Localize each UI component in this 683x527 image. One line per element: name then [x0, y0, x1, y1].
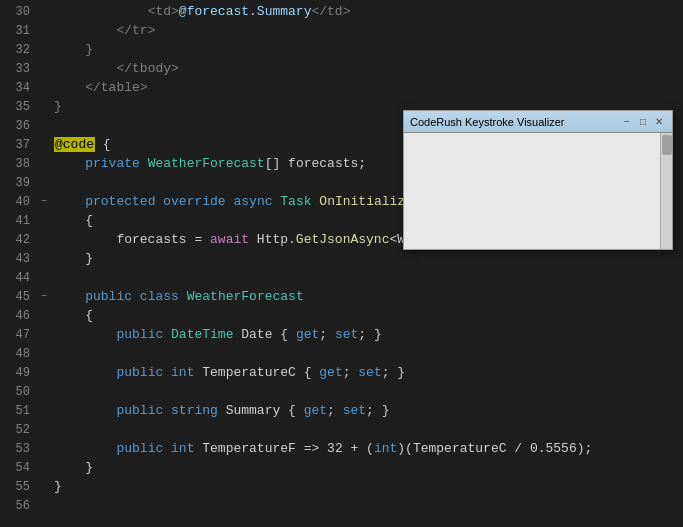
titlebar-buttons: − □ ✕ [620, 115, 666, 129]
code-line: 56 [0, 496, 683, 515]
line-content: } [50, 251, 93, 266]
line-content: } [50, 42, 93, 57]
code-line: 32 } [0, 40, 683, 59]
line-number: 52 [0, 423, 38, 437]
scrollbar[interactable] [660, 133, 672, 249]
line-number: 47 [0, 328, 38, 342]
line-content: public string Summary { get; set; } [50, 403, 390, 418]
line-number: 35 [0, 100, 38, 114]
code-line: 46 { [0, 306, 683, 325]
collapse-button[interactable]: − [38, 196, 50, 207]
code-line: 48 [0, 344, 683, 363]
code-line: 52 [0, 420, 683, 439]
keystroke-window-title: CodeRush Keystroke Visualizer [410, 116, 620, 128]
line-content: public DateTime Date { get; set; } [50, 327, 382, 342]
code-line: 44 [0, 268, 683, 287]
line-number: 44 [0, 271, 38, 285]
line-number: 39 [0, 176, 38, 190]
line-number: 45 [0, 290, 38, 304]
line-number: 37 [0, 138, 38, 152]
line-content: { [50, 308, 93, 323]
line-content: </tbody> [50, 61, 179, 76]
line-number: 34 [0, 81, 38, 95]
line-content: } [50, 460, 93, 475]
line-content: private WeatherForecast[] forecasts; [50, 156, 366, 171]
code-line: 31 </tr> [0, 21, 683, 40]
line-content: } [50, 99, 62, 114]
line-content: </tr> [50, 23, 155, 38]
line-number: 32 [0, 43, 38, 57]
line-content: } [50, 479, 62, 494]
line-number: 36 [0, 119, 38, 133]
line-number: 38 [0, 157, 38, 171]
code-line: 34 </table> [0, 78, 683, 97]
minimize-button[interactable]: − [620, 115, 634, 129]
line-number: 30 [0, 5, 38, 19]
keystroke-visualizer-window[interactable]: CodeRush Keystroke Visualizer − □ ✕ [403, 110, 673, 250]
code-line: 55} [0, 477, 683, 496]
code-line: 49 public int TemperatureC { get; set; } [0, 363, 683, 382]
line-number: 31 [0, 24, 38, 38]
line-number: 50 [0, 385, 38, 399]
line-number: 40 [0, 195, 38, 209]
code-line: 45− public class WeatherForecast [0, 287, 683, 306]
code-line: 47 public DateTime Date { get; set; } [0, 325, 683, 344]
line-content: protected override async Task OnInitiali… [50, 194, 460, 209]
line-content: public int TemperatureF => 32 + (int)(Te… [50, 441, 592, 456]
line-number: 43 [0, 252, 38, 266]
code-editor: 30 <td>@forecast.Summary</td>31 </tr>32 … [0, 0, 683, 527]
line-number: 41 [0, 214, 38, 228]
code-lines: 30 <td>@forecast.Summary</td>31 </tr>32 … [0, 0, 683, 515]
line-number: 51 [0, 404, 38, 418]
code-line: 51 public string Summary { get; set; } [0, 401, 683, 420]
line-content: </table> [50, 80, 148, 95]
close-button[interactable]: ✕ [652, 115, 666, 129]
keystroke-body [404, 133, 672, 249]
code-line: 50 [0, 382, 683, 401]
line-number: 55 [0, 480, 38, 494]
line-number: 49 [0, 366, 38, 380]
line-number: 53 [0, 442, 38, 456]
line-content: { [50, 213, 93, 228]
line-content: @code { [50, 137, 111, 152]
line-number: 33 [0, 62, 38, 76]
code-line: 43 } [0, 249, 683, 268]
line-number: 56 [0, 499, 38, 513]
code-line: 53 public int TemperatureF => 32 + (int)… [0, 439, 683, 458]
line-content: public class WeatherForecast [50, 289, 304, 304]
restore-button[interactable]: □ [636, 115, 650, 129]
line-content: <td>@forecast.Summary</td> [50, 4, 350, 19]
scroll-thumb[interactable] [662, 135, 672, 155]
code-line: 54 } [0, 458, 683, 477]
line-number: 42 [0, 233, 38, 247]
line-content: forecasts = await Http.GetJsonAsync<Weat… [50, 232, 452, 247]
line-number: 54 [0, 461, 38, 475]
keystroke-titlebar: CodeRush Keystroke Visualizer − □ ✕ [404, 111, 672, 133]
collapse-button[interactable]: − [38, 291, 50, 302]
code-line: 30 <td>@forecast.Summary</td> [0, 2, 683, 21]
line-content: public int TemperatureC { get; set; } [50, 365, 405, 380]
code-line: 33 </tbody> [0, 59, 683, 78]
line-number: 46 [0, 309, 38, 323]
line-number: 48 [0, 347, 38, 361]
